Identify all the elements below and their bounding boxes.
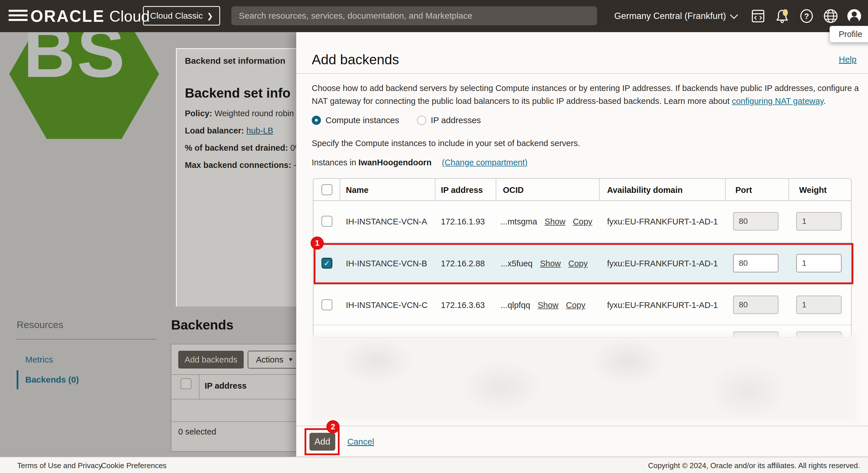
annotation-step-1: 1 <box>311 236 324 250</box>
add-backends-button-background[interactable]: Add backends <box>178 351 244 369</box>
ocid-show-link[interactable]: Show <box>538 301 559 310</box>
panel-title: Add backends <box>312 52 399 67</box>
region-selector[interactable]: Germany Central (Frankfurt) <box>614 0 737 32</box>
compartment-name: IwanHoogendoorn <box>359 158 432 167</box>
svg-text:?: ? <box>804 12 809 21</box>
hamburger-menu-icon[interactable] <box>9 10 28 22</box>
backend-type-radio-group: Compute instances IP addresses <box>312 115 481 125</box>
backends-section-heading: Backends <box>171 317 234 333</box>
annotation-step-2: 2 <box>327 420 340 433</box>
column-header-ocid: OCID <box>503 185 524 195</box>
ip-addresses-radio[interactable] <box>417 116 426 125</box>
compute-instances-radio-label[interactable]: Compute instances <box>326 115 399 125</box>
backend-set-badge-text: BS <box>0 32 150 88</box>
cloud-classic-label: Cloud Classic <box>150 11 203 21</box>
page-footer: Terms of Use and Privacy Cookie Preferen… <box>0 456 868 473</box>
select-all-checkbox[interactable] <box>321 184 332 195</box>
active-item-indicator <box>17 370 19 389</box>
column-header-ip: IP address <box>441 185 483 195</box>
oracle-cloud-logo: ORACLE Cloud <box>30 0 150 32</box>
dimmed-background-page: BS Backend set information Backend set i… <box>0 32 296 456</box>
load-balancer-link[interactable]: hub-LB <box>246 126 273 135</box>
row-checkbox[interactable] <box>321 216 332 227</box>
configuring-nat-gateway-link[interactable]: configuring NAT gateway <box>732 96 824 106</box>
compute-instances-radio[interactable] <box>312 116 321 125</box>
drained-field: % of backend set drained: 0% <box>185 143 296 153</box>
instance-name: IH-INSTANCE-VCN-C <box>346 301 428 310</box>
ocid-value: ...qlpfqq <box>501 301 530 310</box>
instance-ip: 172.16.3.63 <box>441 301 485 310</box>
cookie-preferences-link[interactable]: Cookie Preferences <box>101 461 166 470</box>
port-input[interactable] <box>733 296 778 314</box>
instance-ad: fyxu:EU-FRANKFURT-1-AD-1 <box>607 217 718 226</box>
ip-address-column-header: IP address <box>205 381 247 390</box>
help-link[interactable]: Help <box>839 55 857 64</box>
load-balancer-field: Load balancer: hub-LB <box>185 126 273 135</box>
ocid-value: ...mtsgma <box>501 217 537 226</box>
backend-set-information-tab: Backend set information <box>185 56 285 66</box>
weight-input[interactable] <box>796 296 842 314</box>
row-checkbox[interactable] <box>321 299 332 310</box>
instances-in-compartment-line: Instances in IwanHoogendoorn (Change com… <box>312 158 528 167</box>
empty-row-divider <box>172 421 296 422</box>
panel-footer-divider <box>296 425 868 426</box>
policy-field: Policy: Weighted round robin <box>185 109 294 118</box>
logo-oracle-text: ORACLE <box>30 7 105 26</box>
region-label: Germany Central (Frankfurt) <box>614 11 726 21</box>
cancel-link[interactable]: Cancel <box>347 437 374 447</box>
table-row-instance-a[interactable]: IH-INSTANCE-VCN-A 172.16.1.93 ...mtsgma … <box>313 201 851 242</box>
column-divider <box>199 374 199 399</box>
top-navigation-bar: ORACLE Cloud Cloud Classic ❯ Germany Cen… <box>0 0 868 32</box>
profile-tooltip-label: Profile <box>839 30 862 39</box>
copyright-text: Copyright © 2024, Oracle and/or its affi… <box>648 461 860 470</box>
profile-tooltip: Profile <box>830 26 868 42</box>
sidebar-item-metrics[interactable]: Metrics <box>25 355 53 365</box>
port-input[interactable] <box>733 212 778 230</box>
panel-description: Choose how to add backend servers by sel… <box>312 82 859 107</box>
ocid-show-link[interactable]: Show <box>545 217 565 226</box>
header-row-divider <box>172 399 296 400</box>
notifications-bell-icon[interactable] <box>774 8 790 24</box>
instance-name: IH-INSTANCE-VCN-A <box>346 217 427 226</box>
ocid-copy-link[interactable]: Copy <box>573 217 592 226</box>
backends-table-card: Add backends Actions ▼ IP address 0 sele… <box>171 344 296 452</box>
weight-input[interactable] <box>796 212 842 230</box>
select-all-checkbox-background[interactable] <box>181 378 191 389</box>
globe-language-icon[interactable] <box>823 8 839 24</box>
backend-set-info-heading: Backend set info <box>185 85 290 101</box>
sidebar-item-backends[interactable]: Backends (0) <box>25 375 79 385</box>
column-header-weight: Weight <box>799 185 827 195</box>
toolbar-divider <box>172 374 296 375</box>
search-input[interactable] <box>231 6 597 25</box>
add-backends-panel: Add backends Help Choose how to add back… <box>296 32 868 456</box>
change-compartment-link[interactable]: (Change compartment) <box>442 158 527 167</box>
blurred-content-region <box>311 335 857 421</box>
ip-addresses-radio-label[interactable]: IP addresses <box>431 115 481 125</box>
chevron-right-icon: ❯ <box>207 12 213 21</box>
instance-ad: fyxu:EU-FRANKFURT-1-AD-1 <box>607 301 718 310</box>
notification-badge <box>783 9 788 16</box>
max-connections-field: Max backend connections: - <box>185 160 296 170</box>
selected-count-label: 0 selected <box>178 427 216 437</box>
specify-instances-text: Specify the Compute instances to include… <box>312 138 580 148</box>
actions-dropdown-button[interactable]: Actions ▼ <box>248 351 296 369</box>
ocid-copy-link[interactable]: Copy <box>566 301 586 310</box>
resources-divider <box>17 339 157 340</box>
profile-avatar-icon[interactable] <box>846 8 862 24</box>
table-header-row: Name IP address OCID Availability domain… <box>313 179 851 201</box>
chevron-down-icon <box>730 11 738 19</box>
terms-link[interactable]: Terms of Use and Privacy <box>17 461 102 470</box>
help-icon[interactable]: ? <box>799 8 815 24</box>
instance-ocid-cell: ...qlpfqq Show Copy <box>501 301 585 310</box>
title-divider <box>296 73 868 74</box>
column-header-ad: Availability domain <box>607 185 683 195</box>
cloud-classic-button[interactable]: Cloud Classic ❯ <box>143 6 220 26</box>
instance-ocid-cell: ...mtsgma Show Copy <box>501 217 592 226</box>
oracle-cloud-console: ORACLE Cloud Cloud Classic ❯ Germany Cen… <box>0 0 868 473</box>
table-row-instance-c[interactable]: IH-INSTANCE-VCN-C 172.16.3.63 ...qlpfqq … <box>313 285 851 325</box>
annotation-rect-selected-row <box>314 243 854 284</box>
column-header-port: Port <box>735 185 752 195</box>
backend-set-information-card: Backend set information Backend set info… <box>176 48 296 307</box>
developer-tools-icon[interactable] <box>750 8 766 24</box>
caret-down-icon: ▼ <box>288 356 293 363</box>
